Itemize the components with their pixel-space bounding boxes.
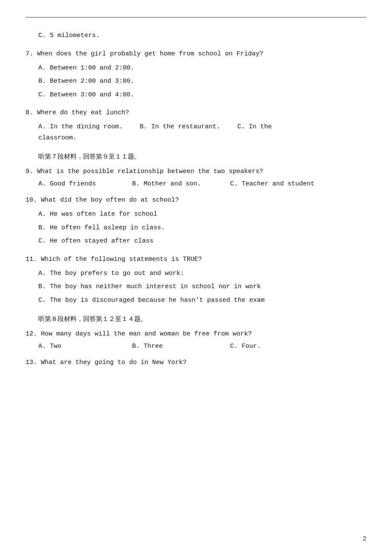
q11-option-b: B. The boy has neither much interest in … — [38, 281, 366, 292]
q10-text: 10. What did the boy often do at school? — [26, 195, 366, 205]
q9-text: 9. What is the possible relationship bet… — [26, 167, 366, 177]
q7-option-c: C. Between 3:00 and 4:00. — [38, 90, 366, 101]
question-13: 13. What are they going to do in New Yor… — [26, 358, 366, 368]
option-c5: C. 5 milometers. — [26, 30, 366, 41]
question-7: 7. When does the girl probably get home … — [26, 49, 366, 101]
q9-option-b: B. Mother and son. — [132, 180, 230, 188]
q13-text: 13. What are they going to do in New Yor… — [26, 358, 366, 368]
q12-option-c: C. Four. — [230, 343, 366, 350]
q11-text: 11. Which of the following statements is… — [26, 254, 366, 265]
q10-option-a: A. He was often late for school — [38, 209, 366, 220]
q10-option-c: C. He often stayed after class — [38, 236, 366, 247]
top-divider — [26, 17, 366, 17]
q7-option-a: A. Between 1:00 and 2:00. — [38, 63, 366, 74]
q9-option-a: A. Good friends — [38, 180, 132, 188]
q12-option-a: A. Two — [38, 343, 132, 350]
page-number: 2 — [363, 535, 366, 542]
q8-options-inline: A. In the dining room. B. In the restaur… — [38, 121, 366, 133]
q12-option-b: B. Three — [132, 343, 230, 350]
q12-options: A. Two B. Three C. Four. — [38, 343, 366, 350]
q8-option-a: A. In the dining room. — [38, 121, 123, 133]
q8-text: 8. Where do they eat lunch? — [26, 108, 366, 118]
question-11: 11. Which of the following statements is… — [26, 254, 366, 306]
question-12: 12. How many days will the man and woman… — [26, 329, 366, 350]
q9-options: A. Good friends B. Mother and son. C. Te… — [38, 180, 366, 188]
q7-option-b: B. Between 2:00 and 3:00. — [38, 76, 366, 87]
section-7-label: 听第７段材料，回答第９至１１题。 — [38, 151, 366, 162]
q8-overflow: classroom. — [38, 133, 366, 144]
question-9: 9. What is the possible relationship bet… — [26, 167, 366, 188]
q11-option-c: C. The boy is discouraged because he has… — [38, 295, 366, 306]
q11-option-a: A. The boy prefers to go out and work: — [38, 268, 366, 279]
option-c5-text: C. 5 milometers. — [38, 30, 366, 41]
q10-option-b: B. He often fell asleep in class. — [38, 223, 366, 234]
q12-text: 12. How many days will the man and woman… — [26, 329, 366, 339]
section-8-label: 听第８段材料，回答第１２至１４题。 — [38, 313, 366, 325]
question-8: 8. Where do they eat lunch? A. In the di… — [26, 108, 366, 143]
question-10: 10. What did the boy often do at school?… — [26, 195, 366, 247]
q7-text: 7. When does the girl probably get home … — [26, 49, 366, 59]
q8-option-c: C. In the — [237, 121, 272, 133]
q9-option-c: C. Teacher and student — [230, 180, 366, 188]
q8-option-b: B. In the restaurant. — [140, 121, 220, 133]
